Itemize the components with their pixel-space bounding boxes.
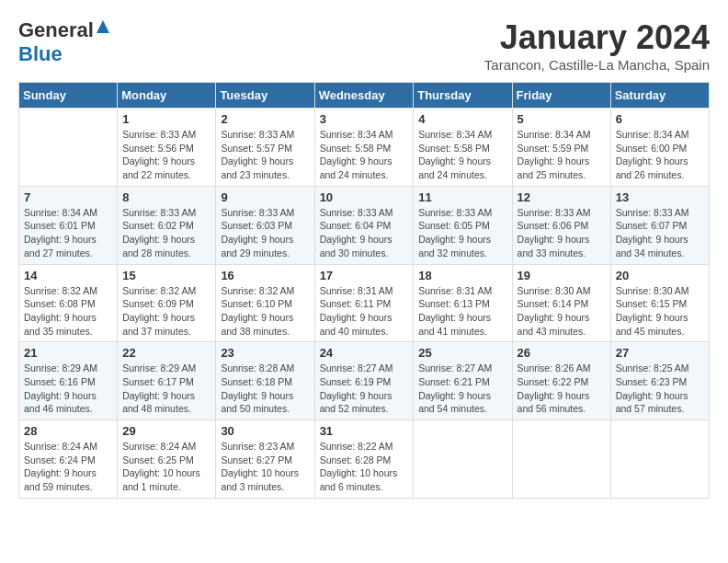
- day-number: 21: [24, 346, 112, 360]
- day-info: Sunrise: 8:26 AM Sunset: 6:22 PM Dayligh…: [518, 362, 606, 416]
- day-number: 14: [24, 269, 112, 282]
- day-number: 24: [320, 346, 409, 360]
- column-header-saturday: Saturday: [610, 83, 709, 109]
- calendar-title: January 2024: [484, 18, 710, 57]
- calendar-cell: 30Sunrise: 8:23 AM Sunset: 6:27 PM Dayli…: [216, 420, 314, 499]
- calendar-cell: 6Sunrise: 8:34 AM Sunset: 6:00 PM Daylig…: [610, 109, 709, 187]
- calendar-cell: 26Sunrise: 8:26 AM Sunset: 6:22 PM Dayli…: [512, 342, 610, 420]
- calendar-cell: 3Sunrise: 8:34 AM Sunset: 5:58 PM Daylig…: [314, 109, 414, 187]
- week-row-3: 14Sunrise: 8:32 AM Sunset: 6:08 PM Dayli…: [19, 264, 710, 342]
- calendar-cell: 23Sunrise: 8:28 AM Sunset: 6:18 PM Dayli…: [216, 342, 314, 420]
- day-number: 18: [418, 269, 506, 282]
- logo-blue-text: Blue: [18, 42, 63, 65]
- day-number: 25: [418, 346, 506, 360]
- day-number: 17: [320, 269, 409, 282]
- day-info: Sunrise: 8:24 AM Sunset: 6:24 PM Dayligh…: [24, 440, 112, 494]
- calendar-body: 1Sunrise: 8:33 AM Sunset: 5:56 PM Daylig…: [19, 109, 710, 499]
- day-info: Sunrise: 8:32 AM Sunset: 6:08 PM Dayligh…: [24, 284, 112, 339]
- calendar-cell: 21Sunrise: 8:29 AM Sunset: 6:16 PM Dayli…: [19, 342, 118, 420]
- day-info: Sunrise: 8:30 AM Sunset: 6:15 PM Dayligh…: [616, 284, 704, 339]
- day-info: Sunrise: 8:33 AM Sunset: 5:56 PM Dayligh…: [122, 128, 210, 182]
- calendar-table: SundayMondayTuesdayWednesdayThursdayFrid…: [18, 82, 710, 499]
- week-row-5: 28Sunrise: 8:24 AM Sunset: 6:24 PM Dayli…: [19, 420, 710, 499]
- calendar-cell: 25Sunrise: 8:27 AM Sunset: 6:21 PM Dayli…: [414, 342, 512, 420]
- day-info: Sunrise: 8:29 AM Sunset: 6:16 PM Dayligh…: [24, 362, 112, 416]
- logo-general-text: General: [18, 18, 94, 42]
- week-row-4: 21Sunrise: 8:29 AM Sunset: 6:16 PM Dayli…: [19, 342, 710, 420]
- calendar-cell: 13Sunrise: 8:33 AM Sunset: 6:07 PM Dayli…: [610, 186, 709, 264]
- calendar-cell: 1Sunrise: 8:33 AM Sunset: 5:56 PM Daylig…: [118, 109, 216, 187]
- logo-triangle-icon: [96, 19, 110, 38]
- day-number: 9: [221, 190, 309, 204]
- calendar-cell: 18Sunrise: 8:31 AM Sunset: 6:13 PM Dayli…: [414, 264, 512, 342]
- title-section: January 2024 Tarancon, Castille-La Manch…: [484, 18, 710, 73]
- calendar-cell: 8Sunrise: 8:33 AM Sunset: 6:02 PM Daylig…: [118, 186, 216, 264]
- day-info: Sunrise: 8:33 AM Sunset: 6:04 PM Dayligh…: [320, 206, 409, 260]
- day-number: 1: [122, 112, 210, 126]
- day-number: 29: [122, 424, 210, 438]
- calendar-cell: 15Sunrise: 8:32 AM Sunset: 6:09 PM Dayli…: [118, 264, 216, 342]
- calendar-cell: [512, 420, 610, 499]
- day-number: 4: [418, 112, 506, 126]
- day-info: Sunrise: 8:23 AM Sunset: 6:27 PM Dayligh…: [221, 440, 309, 494]
- day-number: 27: [616, 346, 704, 360]
- calendar-cell: 24Sunrise: 8:27 AM Sunset: 6:19 PM Dayli…: [314, 342, 414, 420]
- day-info: Sunrise: 8:24 AM Sunset: 6:25 PM Dayligh…: [122, 440, 210, 494]
- day-info: Sunrise: 8:32 AM Sunset: 6:10 PM Dayligh…: [221, 284, 309, 339]
- calendar-cell: 10Sunrise: 8:33 AM Sunset: 6:04 PM Dayli…: [314, 186, 414, 264]
- week-row-1: 1Sunrise: 8:33 AM Sunset: 5:56 PM Daylig…: [19, 109, 710, 187]
- column-header-sunday: Sunday: [19, 83, 118, 109]
- day-info: Sunrise: 8:34 AM Sunset: 5:58 PM Dayligh…: [320, 128, 409, 182]
- calendar-cell: 29Sunrise: 8:24 AM Sunset: 6:25 PM Dayli…: [118, 420, 216, 499]
- calendar-cell: [610, 420, 709, 499]
- calendar-cell: 12Sunrise: 8:33 AM Sunset: 6:06 PM Dayli…: [512, 186, 610, 264]
- day-info: Sunrise: 8:31 AM Sunset: 6:13 PM Dayligh…: [418, 284, 506, 339]
- day-number: 26: [518, 346, 606, 360]
- calendar-cell: 9Sunrise: 8:33 AM Sunset: 6:03 PM Daylig…: [216, 186, 314, 264]
- day-number: 19: [518, 269, 606, 282]
- column-header-tuesday: Tuesday: [216, 83, 314, 109]
- calendar-subtitle: Tarancon, Castille-La Mancha, Spain: [484, 57, 710, 73]
- column-header-thursday: Thursday: [414, 83, 512, 109]
- calendar-cell: 27Sunrise: 8:25 AM Sunset: 6:23 PM Dayli…: [610, 342, 709, 420]
- day-info: Sunrise: 8:28 AM Sunset: 6:18 PM Dayligh…: [221, 362, 309, 416]
- calendar-cell: 31Sunrise: 8:22 AM Sunset: 6:28 PM Dayli…: [314, 420, 414, 499]
- calendar-cell: 2Sunrise: 8:33 AM Sunset: 5:57 PM Daylig…: [216, 109, 314, 187]
- week-row-2: 7Sunrise: 8:34 AM Sunset: 6:01 PM Daylig…: [19, 186, 710, 264]
- day-info: Sunrise: 8:34 AM Sunset: 6:00 PM Dayligh…: [616, 128, 704, 182]
- day-info: Sunrise: 8:33 AM Sunset: 6:07 PM Dayligh…: [616, 206, 704, 260]
- day-info: Sunrise: 8:31 AM Sunset: 6:11 PM Dayligh…: [320, 284, 409, 339]
- day-number: 7: [24, 190, 112, 204]
- day-number: 5: [518, 112, 606, 126]
- calendar-cell: 20Sunrise: 8:30 AM Sunset: 6:15 PM Dayli…: [610, 264, 709, 342]
- calendar-cell: 5Sunrise: 8:34 AM Sunset: 5:59 PM Daylig…: [512, 109, 610, 187]
- day-number: 11: [418, 190, 506, 204]
- day-info: Sunrise: 8:22 AM Sunset: 6:28 PM Dayligh…: [320, 440, 409, 494]
- day-info: Sunrise: 8:33 AM Sunset: 6:03 PM Dayligh…: [221, 206, 309, 260]
- day-info: Sunrise: 8:33 AM Sunset: 6:02 PM Dayligh…: [122, 206, 210, 260]
- day-info: Sunrise: 8:30 AM Sunset: 6:14 PM Dayligh…: [518, 284, 606, 339]
- day-number: 6: [616, 112, 704, 126]
- day-info: Sunrise: 8:29 AM Sunset: 6:17 PM Dayligh…: [122, 362, 210, 416]
- day-number: 12: [518, 190, 606, 204]
- calendar-cell: 19Sunrise: 8:30 AM Sunset: 6:14 PM Dayli…: [512, 264, 610, 342]
- calendar-cell: 7Sunrise: 8:34 AM Sunset: 6:01 PM Daylig…: [19, 186, 118, 264]
- day-number: 22: [122, 346, 210, 360]
- day-number: 30: [221, 424, 309, 438]
- calendar-cell: [19, 109, 118, 187]
- calendar-cell: 22Sunrise: 8:29 AM Sunset: 6:17 PM Dayli…: [118, 342, 216, 420]
- day-number: 3: [320, 112, 409, 126]
- day-number: 28: [24, 424, 112, 438]
- calendar-cell: 11Sunrise: 8:33 AM Sunset: 6:05 PM Dayli…: [414, 186, 512, 264]
- calendar-cell: [414, 420, 512, 499]
- day-number: 10: [320, 190, 409, 204]
- day-info: Sunrise: 8:27 AM Sunset: 6:19 PM Dayligh…: [320, 362, 409, 416]
- day-info: Sunrise: 8:34 AM Sunset: 5:58 PM Dayligh…: [418, 128, 506, 182]
- day-number: 13: [616, 190, 704, 204]
- page-header: General Blue January 2024 Tarancon, Cast…: [18, 18, 710, 73]
- calendar-cell: 14Sunrise: 8:32 AM Sunset: 6:08 PM Dayli…: [19, 264, 118, 342]
- column-header-friday: Friday: [512, 83, 610, 109]
- day-info: Sunrise: 8:33 AM Sunset: 6:05 PM Dayligh…: [418, 206, 506, 260]
- day-number: 15: [122, 269, 210, 282]
- column-header-monday: Monday: [118, 83, 216, 109]
